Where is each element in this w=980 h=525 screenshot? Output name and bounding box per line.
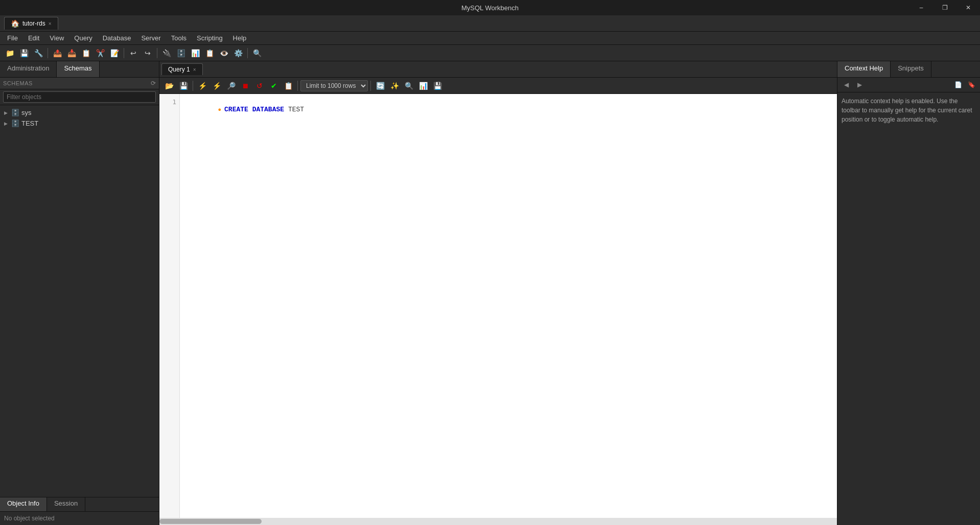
toolbar-view[interactable]: 👁️ — [217, 47, 230, 59]
toolbar-schema[interactable]: 🗄️ — [174, 47, 188, 59]
scroll-thumb[interactable] — [159, 519, 262, 524]
tab-administration[interactable]: Administration — [0, 61, 57, 77]
schema-icon-sys: 🗄️ — [11, 109, 19, 116]
tab-snippets[interactable]: Snippets — [891, 61, 931, 77]
schema-header: SCHEMAS ⟳ — [0, 78, 159, 89]
toolbar-cut[interactable]: ✂️ — [94, 47, 107, 59]
menu-item-tools[interactable]: Tools — [166, 33, 192, 43]
query-tabs: Query 1 × — [159, 61, 837, 78]
menu-item-query[interactable]: Query — [69, 33, 97, 43]
schema-label-test: TEST — [21, 120, 38, 127]
toolbar-sep-2 — [124, 48, 124, 58]
expand-arrow-test: ▶ — [4, 121, 9, 126]
beautify-button[interactable]: ✨ — [388, 80, 401, 92]
context-nav: ◀ ▶ 📄 🔖 — [837, 78, 980, 92]
menu-item-database[interactable]: Database — [98, 33, 136, 43]
toolbar-connect[interactable]: 🔌 — [160, 47, 173, 59]
schema-item-test[interactable]: ▶ 🗄️ TEST — [0, 118, 159, 129]
main-toolbar: 📁 💾 🔧 📤 📥 📋 ✂️ 📝 ↩ ↪ 🔌 🗄️ 📊 📋 👁️ ⚙️ 🔍 — [0, 45, 980, 61]
execute-selected-button[interactable]: ⚡ — [210, 80, 223, 92]
menu-item-help[interactable]: Help — [228, 33, 252, 43]
tab-object-info[interactable]: Object Info — [0, 497, 47, 511]
menu-item-scripting[interactable]: Scripting — [192, 33, 228, 43]
save-result-button[interactable]: 💾 — [431, 80, 444, 92]
schema-label-sys: sys — [21, 109, 32, 116]
query-tab-1-label: Query 1 — [168, 66, 190, 73]
context-content: Automatic context help is enabled. Use t… — [837, 92, 980, 128]
limit-select[interactable]: Limit to 1000 rows — [300, 80, 368, 91]
context-doc-button[interactable]: 📄 — [952, 80, 964, 90]
menu-item-edit[interactable]: Edit — [23, 33, 44, 43]
commit-button[interactable]: ✔ — [267, 80, 281, 92]
no-object-label: No object selected — [4, 515, 55, 522]
toolbar-redo[interactable]: ↪ — [141, 47, 154, 59]
app-tab-label: tutor-rds — [22, 20, 45, 27]
menu-item-view[interactable]: View — [44, 33, 69, 43]
toolbar-copy[interactable]: 📋 — [79, 47, 92, 59]
line-indicator-1: ● — [218, 107, 221, 113]
toolbar-table[interactable]: 📊 — [189, 47, 202, 59]
qtoolbar-sep-2 — [297, 81, 298, 91]
minimize-button[interactable]: – — [909, 0, 933, 15]
title-bar: MySQL Workbench – ❐ ✕ — [0, 0, 980, 15]
autocommit-button[interactable]: 🔄 — [374, 80, 387, 92]
line-number-1: 1 — [162, 98, 176, 106]
context-back-button[interactable]: ◀ — [841, 80, 852, 90]
main-layout: Administration Schemas SCHEMAS ⟳ ▶ 🗄️ sy… — [0, 61, 980, 525]
expand-arrow-sys: ▶ — [4, 110, 9, 115]
line-numbers: 1 — [159, 94, 180, 518]
context-bookmark-button[interactable]: 🔖 — [966, 80, 977, 90]
toolbar-row[interactable]: 📋 — [203, 47, 216, 59]
menu-item-file[interactable]: File — [2, 33, 23, 43]
rollback-button[interactable]: ↺ — [253, 80, 266, 92]
schema-tree: ▶ 🗄️ sys ▶ 🗄️ TEST — [0, 105, 159, 497]
output-toggle-button[interactable]: 📋 — [282, 80, 295, 92]
toolbar-extra[interactable]: 🔍 — [250, 47, 264, 59]
keyword-create: CREATE — [224, 106, 248, 113]
schema-refresh-button[interactable]: ⟳ — [151, 80, 156, 87]
keyword-database: DATABASE — [252, 106, 284, 113]
identifier-test: TEST — [288, 106, 304, 113]
toolbar-sep-3 — [157, 48, 157, 58]
filter-input[interactable] — [3, 91, 156, 103]
open-file-button[interactable]: 📂 — [162, 80, 176, 92]
code-content[interactable]: ●CREATE DATABASE TEST — [180, 94, 837, 518]
toolbar-routine[interactable]: ⚙️ — [231, 47, 245, 59]
qtoolbar-sep-1 — [193, 81, 193, 91]
schema-header-label: SCHEMAS — [3, 80, 33, 86]
tab-session[interactable]: Session — [47, 497, 85, 511]
search-button[interactable]: 🔍 — [402, 80, 415, 92]
schema-inspect-button[interactable]: 📊 — [416, 80, 430, 92]
toolbar-edit[interactable]: 📝 — [108, 47, 121, 59]
schema-icon-test: 🗄️ — [11, 120, 19, 127]
context-forward-button[interactable]: ▶ — [854, 80, 865, 90]
toolbar-import[interactable]: 📥 — [65, 47, 78, 59]
toolbar-config[interactable]: 🔧 — [32, 47, 45, 59]
stop-button[interactable]: ⏹ — [239, 80, 252, 92]
horizontal-scrollbar[interactable] — [159, 518, 837, 525]
schema-item-sys[interactable]: ▶ 🗄️ sys — [0, 107, 159, 118]
bottom-tabs: Object Info Session — [0, 497, 159, 512]
toolbar-save[interactable]: 💾 — [17, 47, 31, 59]
panel-tabs: Administration Schemas — [0, 61, 159, 78]
context-help-text: Automatic context help is enabled. Use t… — [842, 98, 972, 123]
toolbar-export[interactable]: 📤 — [51, 47, 64, 59]
query-tab-1-close[interactable]: × — [193, 67, 196, 73]
tab-bar: 🏠 tutor-rds × — [0, 15, 980, 32]
app-tab-close[interactable]: × — [49, 21, 52, 27]
tab-schemas[interactable]: Schemas — [57, 61, 99, 77]
menu-item-server[interactable]: Server — [136, 33, 166, 43]
toolbar-open[interactable]: 📁 — [3, 47, 16, 59]
toolbar-undo[interactable]: ↩ — [127, 47, 140, 59]
right-tabs: Context Help Snippets — [837, 61, 980, 78]
restore-button[interactable]: ❐ — [933, 0, 956, 15]
left-panel: Administration Schemas SCHEMAS ⟳ ▶ 🗄️ sy… — [0, 61, 159, 525]
query-tab-1[interactable]: Query 1 × — [161, 63, 203, 75]
tab-context-help[interactable]: Context Help — [837, 61, 891, 77]
save-query-button[interactable]: 💾 — [177, 80, 190, 92]
query-toolbar: 📂 💾 ⚡ ⚡ 🔎 ⏹ ↺ ✔ 📋 Limit to 1000 rows 🔄 ✨… — [159, 78, 837, 94]
explain-button[interactable]: 🔎 — [224, 80, 238, 92]
execute-all-button[interactable]: ⚡ — [196, 80, 209, 92]
app-tab[interactable]: 🏠 tutor-rds × — [4, 17, 58, 30]
close-button[interactable]: ✕ — [956, 0, 980, 15]
